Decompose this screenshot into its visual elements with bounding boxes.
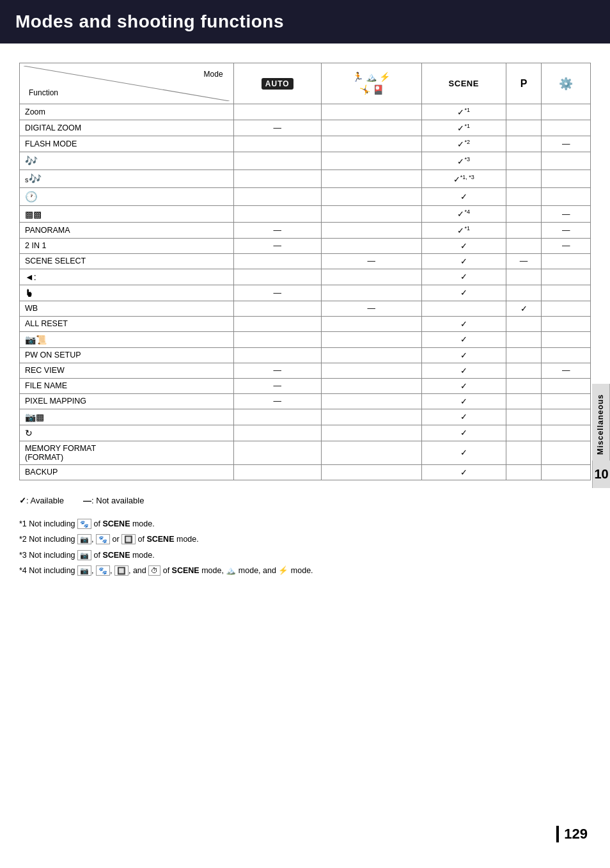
auto-cell: — [233,378,321,393]
auto-cell [233,425,321,441]
scene-cell: ✓ [421,393,506,409]
scene-cell: ✓ [421,347,506,363]
special-cell [542,425,591,441]
function-cell: ◄︎: [20,269,234,285]
p-cell [506,393,542,409]
svg-line-0 [24,66,230,101]
scene-cell: ✓ [421,188,506,206]
auto-cell [233,188,321,206]
function-cell: ↻ [20,425,234,441]
p-cell [506,363,542,378]
special-cell [542,393,591,409]
special-cell [542,253,591,269]
auto-cell [233,301,321,316]
function-cell: WB [20,301,234,316]
special-cell [542,269,591,285]
icons-cell [321,206,421,222]
icons-header: 🏃 🏔️ ⚡ 🤸 🎴 [325,71,418,96]
special-cell [542,464,591,480]
footnotes: *1 Not including 🐾 of SCENE mode. *2 Not… [19,517,591,578]
col-special: ⚙️ [542,63,591,104]
icons-cell [321,425,421,441]
icons-cell: — [321,301,421,316]
function-cell: PW ON SETUP [20,347,234,363]
icons-cell [321,136,421,152]
footnote-2: *2 Not including 📷, 🐾 or 🔲 of SCENE mode… [19,532,591,547]
icons-cell [321,188,421,206]
p-cell [506,441,542,464]
p-cell [506,222,542,238]
function-cell: FILE NAME [20,378,234,393]
special-cell [542,120,591,136]
content-area: Mode Function AUTO 🏃 🏔️ ⚡ 🤸 🎴 [0,56,610,599]
function-cell: PIXEL MAPPING [20,393,234,409]
p-cell [506,347,542,363]
modes-table: Mode Function AUTO 🏃 🏔️ ⚡ 🤸 🎴 [19,63,591,480]
scene-cell: ✓ [421,363,506,378]
icons-cell [321,238,421,253]
icons-cell [321,378,421,393]
function-cell: s🎶 [20,170,234,188]
p-cell [506,285,542,301]
footnote-1: *1 Not including 🐾 of SCENE mode. [19,517,591,532]
special-cell [542,285,591,301]
function-cell: FLASH MODE [20,136,234,152]
p-cell [506,120,542,136]
scene-cell: ✓ [421,253,506,269]
scene-badge: SCENE [449,79,479,88]
function-cell: DIGITAL ZOOM [20,120,234,136]
scene-cell: ✓ [421,238,506,253]
chapter-badge: 10 [592,461,610,488]
scene-cell: ✓*3 [421,152,506,170]
icons-cell [321,347,421,363]
function-cell: 2 IN 1 [20,238,234,253]
function-cell: ALL RESET [20,316,234,331]
auto-cell: — [233,363,321,378]
auto-cell [233,347,321,363]
p-cell [506,206,542,222]
auto-cell: — [233,285,321,301]
scene-cell: ✓*1 [421,104,506,120]
scene-cell: ✓ [421,425,506,441]
p-badge: P [520,78,528,89]
auto-cell: — [233,238,321,253]
special-cell [542,409,591,425]
page-number: 129 [556,826,588,842]
function-cell: MEMORY FORMAT(FORMAT) [20,441,234,464]
icons-cell [321,152,421,170]
col-icons: 🏃 🏔️ ⚡ 🤸 🎴 [321,63,421,104]
p-cell [506,409,542,425]
function-cell: 📷▩ [20,409,234,425]
icons-cell [321,464,421,480]
scene-cell: ✓ [421,331,506,347]
special-cell [542,378,591,393]
p-cell [506,316,542,331]
scene-cell: ✓*1, *3 [421,170,506,188]
function-cell: ▩▩ [20,206,234,222]
auto-cell: — [233,120,321,136]
special-cell [542,152,591,170]
corner-header: Mode Function [20,63,234,104]
auto-cell [233,170,321,188]
special-cell: — [542,363,591,378]
auto-badge: AUTO [262,78,293,90]
special-cell [542,188,591,206]
footnote-4: *4 Not including 📷, 🐾, 🔲, and ⏱ of SCENE… [19,564,591,578]
icons-cell [321,393,421,409]
scene-cell: ✓*2 [421,136,506,152]
p-cell [506,188,542,206]
col-auto: AUTO [233,63,321,104]
function-cell: 🖢 [20,285,234,301]
p-cell [506,152,542,170]
special-cell [542,441,591,464]
footnote-3: *3 Not including 📷 of SCENE mode. [19,548,591,563]
side-tab: Miscellaneous [592,384,610,465]
auto-cell [233,253,321,269]
p-cell: ✓ [506,301,542,316]
col-p: P [506,63,542,104]
special-cell: — [542,222,591,238]
auto-cell [233,152,321,170]
scene-cell: ✓ [421,316,506,331]
special-cell [542,104,591,120]
function-cell: 📷📜 [20,331,234,347]
